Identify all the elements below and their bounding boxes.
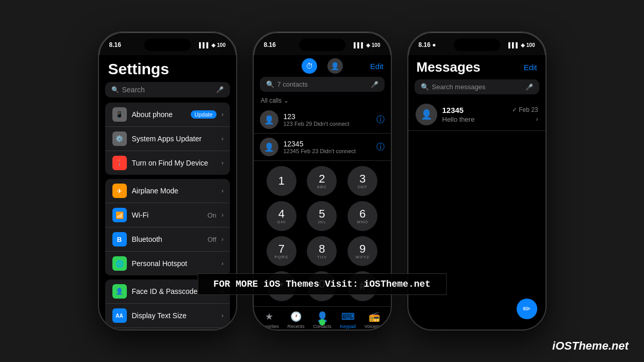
- sysapps-chevron: ›: [222, 135, 224, 142]
- settings-item-findmy[interactable]: 📍 Turn on Find My Device ›: [105, 151, 230, 175]
- display-chevron: ›: [222, 312, 224, 319]
- key-8[interactable]: 8TUV: [307, 236, 337, 266]
- settings-group-1: 📱 About phone Update › ⚙️ System Apps Up…: [105, 103, 230, 175]
- status-time-3: 8.16 ●: [419, 41, 436, 48]
- bluetooth-label: Bluetooth: [132, 235, 203, 243]
- msg-info-1: 12345 Hello there: [442, 106, 507, 123]
- contacts-tab-icon[interactable]: 👤: [327, 58, 343, 74]
- msg-date-1: ✓ Feb 23: [512, 106, 538, 113]
- messages-search-icon: 🔍: [421, 83, 429, 91]
- compose-icon: ✏: [523, 303, 531, 315]
- voicemail-label: Voicemail: [365, 324, 385, 329]
- call-detail-2: 12345 Feb 23 Didn't connect: [284, 148, 371, 154]
- messages-title: Messages: [417, 59, 481, 75]
- call-info-btn-2[interactable]: ⓘ: [376, 142, 385, 153]
- settings-search-bar[interactable]: 🔍 Search 🎤: [105, 82, 230, 97]
- messages-search-placeholder: Search messages: [432, 83, 486, 91]
- call-info-btn-1[interactable]: ⓘ: [376, 114, 385, 125]
- settings-item-sysapps[interactable]: ⚙️ System Apps Updater ›: [105, 127, 230, 151]
- voicemail-icon: 📻: [369, 311, 380, 322]
- message-item-1[interactable]: 👤 12345 Hello there ✓ Feb 23 ›: [408, 98, 546, 131]
- keypad-label: Keypad: [340, 324, 356, 329]
- key-9[interactable]: 9WXYZ: [348, 236, 377, 266]
- findmy-chevron: ›: [222, 159, 224, 167]
- display-icon: AA: [112, 308, 127, 323]
- keypad-icon: ⌨: [341, 311, 355, 322]
- search-icon: 🔍: [111, 86, 119, 93]
- update-badge: Update: [191, 110, 216, 119]
- bluetooth-chevron: ›: [222, 236, 224, 243]
- airplane-label: Airplane Mode: [132, 187, 217, 195]
- settings-item-wifi[interactable]: 📶 Wi-Fi On ›: [105, 203, 230, 227]
- settings-item-about[interactable]: 📱 About phone Update ›: [105, 103, 230, 127]
- call-item-2[interactable]: 👤 12345 12345 Feb 23 Didn't connect ⓘ: [254, 134, 391, 161]
- status-time-2: 8.16: [264, 41, 276, 48]
- favorites-icon: ★: [265, 311, 273, 322]
- messages-edit-button[interactable]: Edit: [524, 63, 537, 72]
- status-icons-2: ▌▌▌ ◈ 100: [354, 42, 381, 48]
- call-avatar-1: 👤: [260, 110, 278, 129]
- hotspot-label: Personal Hotspot: [132, 259, 217, 268]
- messages-header: Messages Edit: [408, 55, 546, 79]
- msg-preview-1: Hello there: [442, 116, 507, 123]
- sysapps-icon: ⚙️: [112, 131, 127, 146]
- hotspot-icon: 🌐: [112, 256, 127, 271]
- key-5[interactable]: 5JKL: [307, 201, 337, 231]
- tab-keypad[interactable]: ⌨ Keypad: [340, 311, 356, 329]
- call-info-2: 12345 12345 Feb 23 Didn't connect: [284, 140, 371, 154]
- key-6[interactable]: 6MNO: [348, 201, 377, 231]
- settings-item-airplane[interactable]: ✈ Airplane Mode ›: [105, 179, 230, 203]
- sysapps-label: System Apps Updater: [132, 135, 217, 143]
- about-icon: 📱: [112, 107, 127, 122]
- wifi-value: On: [207, 211, 216, 219]
- findmy-label: Turn on Find My Device: [132, 159, 217, 167]
- bluetooth-value: Off: [207, 236, 216, 243]
- contacts-search-icon: 🔍: [266, 80, 274, 88]
- wifi-chevron: ›: [222, 211, 224, 219]
- call-item-1[interactable]: 👤 123 123 Feb 29 Didn't connect ⓘ: [254, 106, 391, 134]
- wifi-icon: 📶: [112, 208, 127, 222]
- key-4[interactable]: 4GHI: [267, 201, 296, 231]
- key-3[interactable]: 3DEF: [348, 166, 377, 196]
- airplane-icon: ✈: [112, 184, 127, 198]
- recents-tab-icon[interactable]: ⏱: [302, 58, 317, 74]
- compose-button[interactable]: ✏: [517, 299, 537, 319]
- hotspot-chevron: ›: [222, 260, 224, 267]
- msg-avatar-1: 👤: [416, 104, 437, 125]
- recents-icon: 🕐: [290, 311, 302, 322]
- settings-item-hotspot[interactable]: 🌐 Personal Hotspot ›: [105, 252, 230, 275]
- green-dot-indicator: [319, 319, 325, 325]
- watermark-text: FOR MORE iOS Themes Visit: iOSTheme.net: [213, 279, 431, 289]
- watermark-banner: FOR MORE iOS Themes Visit: iOSTheme.net: [197, 273, 447, 295]
- phones-container: 8.16 ▌▌▌ ◈ 100 Settings 🔍 Search 🎤 📱 Abo…: [0, 0, 644, 362]
- mic-icon: 🎤: [216, 86, 224, 93]
- messages-search-bar[interactable]: 🔍 Search messages 🎤: [415, 79, 539, 94]
- edit-button[interactable]: Edit: [370, 62, 384, 71]
- contacts-search-bar[interactable]: 🔍 7 contacts 🎤: [260, 77, 385, 92]
- settings-item-display[interactable]: AA Display Text Size ›: [105, 304, 230, 328]
- settings-item-bluetooth[interactable]: B Bluetooth Off ›: [105, 227, 230, 252]
- messages-mic-icon: 🎤: [525, 84, 533, 91]
- msg-name-1: 12345: [442, 106, 507, 114]
- calls-filter[interactable]: All calls ⌄: [254, 95, 391, 106]
- tab-favorites[interactable]: ★ Favorites: [260, 311, 279, 329]
- contacts-count: 7 contacts: [277, 80, 308, 88]
- dynamic-island-2: [299, 39, 345, 51]
- settings-title: Settings: [99, 55, 236, 82]
- findmy-icon: 📍: [112, 156, 127, 170]
- status-icons-3: ▌▌▌ ◈ 100: [508, 42, 535, 48]
- display-label: Display Text Size: [132, 311, 217, 320]
- dynamic-island-1: [144, 39, 191, 51]
- msg-chevron-1: ›: [536, 116, 538, 123]
- calls-filter-label: All calls: [261, 97, 282, 104]
- key-7[interactable]: 7PQRS: [267, 236, 296, 266]
- about-label: About phone: [132, 110, 186, 119]
- tab-voicemail[interactable]: 📻 Voicemail: [365, 311, 385, 329]
- key-1[interactable]: 1: [267, 166, 296, 196]
- tab-recents[interactable]: 🕐 Recents: [288, 311, 305, 329]
- phone2-bottom-tabs: ★ Favorites 🕐 Recents 👤 Contacts ⌨ Keypa…: [254, 306, 391, 331]
- phone2-tabs-row: ⏱ 👤 Edit: [254, 55, 391, 77]
- settings-item-sounds[interactable]: 🔊 Sounds & Haptics ›: [105, 328, 230, 330]
- key-2[interactable]: 2ABC: [307, 166, 337, 196]
- wifi-label: Wi-Fi: [132, 211, 203, 219]
